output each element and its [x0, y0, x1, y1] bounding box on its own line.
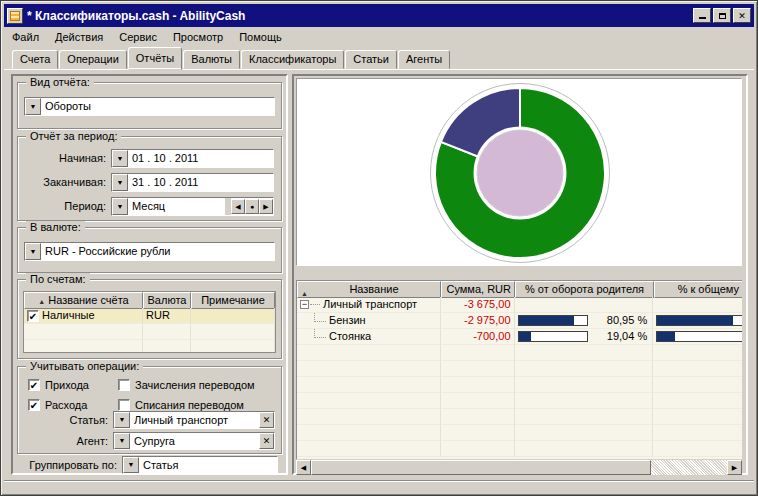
currency-group-label: В валюте: — [26, 221, 85, 233]
accounts-group-label: По счетам: — [26, 273, 90, 285]
checkbox-icon[interactable] — [118, 379, 130, 391]
agent-value[interactable]: Супруга — [130, 433, 259, 449]
tab-Агенты[interactable]: Агенты — [398, 50, 450, 69]
start-date-combo[interactable]: ▼ 01 . 10 . 2011 — [111, 149, 274, 168]
tab-Отчёты[interactable]: Отчёты — [128, 47, 182, 70]
period-value[interactable]: Месяц — [128, 198, 225, 215]
tab-Валюты[interactable]: Валюты — [183, 50, 240, 69]
results-col-header[interactable]: % от оборота родителя — [515, 281, 654, 298]
menu-item-Файл[interactable]: Файл — [4, 29, 47, 45]
empty-cell — [515, 409, 654, 425]
scroll-left-icon[interactable]: ◀ — [296, 460, 311, 475]
dropdown-arrow-icon[interactable]: ▼ — [114, 433, 130, 449]
checkbox-label: Расхода — [45, 399, 87, 411]
checkbox-icon[interactable]: ✔ — [28, 379, 40, 391]
dropdown-arrow-icon[interactable]: ▼ — [112, 198, 128, 215]
results-row[interactable]: Бензин-2 975,0080,95 % — [297, 313, 742, 329]
result-name-cell[interactable]: Бензин — [297, 313, 441, 329]
end-date-label: Заканчивая: — [22, 176, 106, 188]
account-row[interactable]: ✔ НаличныеRUR — [24, 308, 275, 324]
menu-item-Сервис[interactable]: Сервис — [111, 29, 165, 45]
results-empty-row — [297, 425, 742, 441]
parent-pct-cell: 80,95 % — [515, 313, 654, 329]
start-date-value[interactable]: 01 . 10 . 2011 — [128, 150, 273, 167]
account-currency-cell: RUR — [143, 308, 191, 324]
empty-cell — [653, 393, 742, 409]
results-col-header[interactable]: % к общему — [654, 281, 742, 298]
dropdown-arrow-icon[interactable]: ▼ — [123, 457, 139, 473]
checkbox-Списания переводом[interactable]: Списания переводом — [118, 399, 244, 411]
article-clear-icon[interactable]: ✕ — [259, 412, 274, 428]
title-bar[interactable]: * Классификаторы.cash - AbilityCash ✕ — [4, 4, 754, 27]
account-empty-row — [24, 340, 275, 353]
dropdown-arrow-icon[interactable]: ▼ — [112, 150, 128, 167]
results-table[interactable]: ▲НазваниеСумма, RUR% от оборота родителя… — [296, 280, 742, 459]
end-date-combo[interactable]: ▼ 31 . 10 . 2011 — [111, 173, 274, 192]
results-row[interactable]: Стоянка-700,0019,04 % — [297, 329, 742, 345]
period-prev-icon[interactable]: ◀ — [231, 199, 245, 214]
results-col-header[interactable]: ▲Название — [297, 281, 441, 298]
scroll-right-icon[interactable]: ▶ — [727, 460, 742, 475]
end-date-value[interactable]: 31 . 10 . 2011 — [128, 174, 273, 191]
currency-value[interactable]: RUR - Российские рубли — [41, 243, 274, 260]
period-combo[interactable]: ▼ Месяц ◀ ● ▶ — [111, 197, 274, 216]
scrollbar-track[interactable] — [651, 460, 727, 475]
total-pct-bar-fill — [657, 316, 733, 325]
article-combo[interactable]: ▼ Личный транспорт ✕ — [113, 411, 275, 429]
currency-group: В валюте: ▼ RUR - Российские рубли — [17, 227, 282, 273]
menu-item-Помощь[interactable]: Помощь — [231, 29, 290, 45]
checkbox-icon[interactable]: ✔ — [27, 310, 39, 322]
checkbox-icon[interactable] — [118, 399, 130, 411]
dropdown-arrow-icon[interactable]: ▼ — [25, 98, 41, 115]
accounts-col-header[interactable]: ▲Название счёта — [24, 292, 143, 309]
dropdown-arrow-icon[interactable]: ▼ — [25, 243, 41, 260]
checkbox-Прихода[interactable]: ✔Прихода — [28, 379, 89, 391]
collapse-icon[interactable]: − — [300, 300, 309, 309]
tab-Классификаторы[interactable]: Классификаторы — [241, 50, 344, 69]
account-name-cell[interactable]: ✔ Наличные — [24, 308, 143, 324]
report-type-combo[interactable]: ▼ Обороты — [24, 97, 275, 116]
menu-item-Просмотр[interactable]: Просмотр — [165, 29, 231, 45]
sort-asc-icon: ▲ — [38, 298, 45, 305]
period-current-icon[interactable]: ● — [245, 199, 259, 214]
dropdown-arrow-icon[interactable]: ▼ — [114, 412, 130, 428]
total-pct-cell — [653, 297, 742, 313]
minimize-button[interactable] — [693, 8, 711, 23]
result-name-cell[interactable]: Стоянка — [297, 329, 441, 345]
pie-chart-svg — [297, 79, 741, 265]
empty-cell — [297, 345, 441, 361]
dropdown-arrow-icon[interactable]: ▼ — [112, 174, 128, 191]
accounts-col-header[interactable]: Примечание — [191, 292, 275, 309]
scrollbar-thumb[interactable] — [311, 460, 651, 475]
group-by-value[interactable]: Статья — [139, 457, 277, 473]
accounts-table[interactable]: ▲Название счётаВалютаПримечание✔ Наличны… — [23, 291, 276, 353]
period-next-icon[interactable]: ▶ — [259, 199, 273, 214]
empty-cell — [297, 425, 441, 441]
tab-Операции[interactable]: Операции — [59, 50, 126, 69]
currency-combo[interactable]: ▼ RUR - Российские рубли — [24, 242, 275, 261]
operations-group-label: Учитывать операции: — [26, 360, 143, 372]
agent-combo[interactable]: ▼ Супруга ✕ — [113, 432, 275, 450]
menu-item-Действия[interactable]: Действия — [47, 29, 111, 45]
checkbox-Расхода[interactable]: ✔Расхода — [28, 399, 87, 411]
group-by-combo[interactable]: ▼ Статья — [122, 456, 278, 474]
results-col-header[interactable]: Сумма, RUR — [441, 281, 515, 298]
status-bar — [4, 480, 754, 492]
horizontal-scrollbar[interactable]: ◀ ▶ — [296, 460, 742, 475]
app-icon[interactable] — [7, 8, 23, 24]
checkbox-Зачисления переводом[interactable]: Зачисления переводом — [118, 379, 255, 391]
checkbox-icon[interactable]: ✔ — [28, 399, 40, 411]
result-name-cell[interactable]: −Личный транспорт — [297, 297, 441, 313]
article-value[interactable]: Личный транспорт — [130, 412, 259, 428]
maximize-button[interactable] — [713, 8, 731, 23]
agent-clear-icon[interactable]: ✕ — [259, 433, 274, 449]
total-pct-bar — [656, 315, 742, 326]
close-button[interactable]: ✕ — [733, 8, 751, 23]
accounts-col-header[interactable]: Валюта — [143, 292, 191, 309]
tab-Счета[interactable]: Счета — [12, 50, 58, 69]
empty-cell — [297, 361, 441, 377]
report-type-value[interactable]: Обороты — [41, 98, 274, 115]
tab-Статьи[interactable]: Статьи — [345, 50, 397, 69]
report-output-panel: ▲НазваниеСумма, RUR% от оборота родителя… — [292, 74, 748, 475]
results-row[interactable]: −Личный транспорт-3 675,00 — [297, 297, 742, 313]
